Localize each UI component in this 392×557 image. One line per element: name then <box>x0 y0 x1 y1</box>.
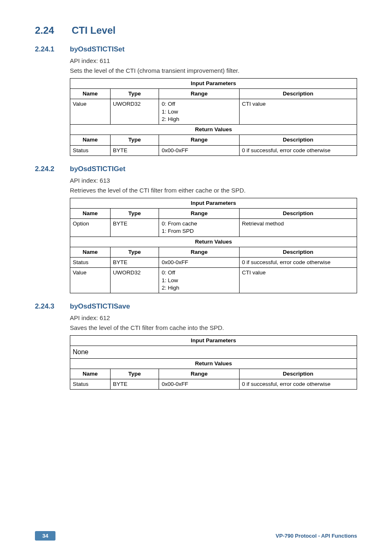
col-type: Type <box>110 89 159 99</box>
cell: Status <box>70 145 111 155</box>
col-range: Range <box>159 247 239 257</box>
subsection-number: 2.24.3 <box>35 302 70 311</box>
col-range: Range <box>159 369 239 379</box>
api-description: Saves the level of the CTI filter from c… <box>70 323 357 333</box>
cell: 0 if successful, error code otherwise <box>239 379 357 390</box>
page-number: 34 <box>35 531 55 541</box>
col-type: Type <box>110 247 159 257</box>
col-range: Range <box>159 89 239 99</box>
cell: 0: Off1: Low2: High <box>159 99 239 125</box>
cell: Value <box>70 268 111 293</box>
subsection-title: byOsdSTICTIGet <box>70 165 125 173</box>
cell: 0 if successful, error code otherwise <box>239 145 357 155</box>
col-type: Type <box>110 208 159 218</box>
return-heading: Return Values <box>70 358 357 369</box>
col-name: Name <box>70 208 111 218</box>
input-heading: Input Parameters <box>70 79 357 89</box>
return-heading: Return Values <box>70 237 357 247</box>
col-name: Name <box>70 369 111 379</box>
table-row: Value UWORD32 0: Off1: Low2: High CTI va… <box>70 99 357 125</box>
col-name: Name <box>70 135 111 145</box>
cell: UWORD32 <box>110 268 159 293</box>
cell: Status <box>70 379 111 390</box>
cell: Status <box>70 258 111 268</box>
parameters-table: Input Parameters Name Type Range Descrip… <box>70 198 357 293</box>
cell: Retrieval method <box>239 219 357 237</box>
cell: 0x00-0xFF <box>159 145 239 155</box>
col-description: Description <box>239 369 357 379</box>
subsection-title: byOsdSTICTISave <box>70 302 130 311</box>
cell: CTI value <box>239 268 357 293</box>
col-type: Type <box>110 369 159 379</box>
cell: Option <box>70 219 111 237</box>
page-footer: 34 VP-790 Protocol - API Functions <box>35 531 357 541</box>
table-row: Option BYTE 0: From cache1: From SPD Ret… <box>70 219 357 237</box>
return-heading: Return Values <box>70 125 357 135</box>
cell: 0x00-0xFF <box>159 379 239 390</box>
col-type: Type <box>110 135 159 145</box>
cell: BYTE <box>110 145 159 155</box>
cell: 0 if successful, error code otherwise <box>239 258 357 268</box>
col-range: Range <box>159 208 239 218</box>
cell: CTI value <box>239 99 357 125</box>
parameters-table: Input Parameters Name Type Range Descrip… <box>70 78 357 156</box>
cell: 0x00-0xFF <box>159 258 239 268</box>
cell: Value <box>70 99 111 125</box>
cell: 0: Off1: Low2: High <box>159 268 239 293</box>
api-index: API index: 612 <box>70 313 357 323</box>
table-row: Value UWORD32 0: Off1: Low2: High CTI va… <box>70 268 357 293</box>
subsection-number: 2.24.2 <box>35 165 70 173</box>
col-name: Name <box>70 247 111 257</box>
none-label: None <box>70 346 357 359</box>
section-heading: 2.24 CTI Level <box>35 25 357 36</box>
col-description: Description <box>239 247 357 257</box>
cell: UWORD32 <box>110 99 159 125</box>
cell: 0: From cache1: From SPD <box>159 219 239 237</box>
subsection-number: 2.24.1 <box>35 45 70 53</box>
cell: BYTE <box>110 258 159 268</box>
api-index: API index: 613 <box>70 176 357 186</box>
table-row: Status BYTE 0x00-0xFF 0 if successful, e… <box>70 258 357 268</box>
api-description: Retrieves the level of the CTI filter fr… <box>70 186 357 195</box>
col-description: Description <box>239 89 357 99</box>
cell: BYTE <box>110 379 159 390</box>
input-heading: Input Parameters <box>70 335 357 346</box>
col-range: Range <box>159 135 239 145</box>
col-name: Name <box>70 89 111 99</box>
table-row: None <box>70 346 357 359</box>
cell: BYTE <box>110 219 159 237</box>
col-description: Description <box>239 135 357 145</box>
col-description: Description <box>239 208 357 218</box>
section-title: CTI Level <box>71 25 115 36</box>
subsection: 2.24.1 byOsdSTICTISet API index: 611 Set… <box>35 45 357 156</box>
document-title: VP-790 Protocol - API Functions <box>276 533 357 539</box>
parameters-table: Input Parameters None Return Values Name… <box>70 335 357 390</box>
subsection: 2.24.2 byOsdSTICTIGet API index: 613 Ret… <box>35 165 357 293</box>
table-row: Status BYTE 0x00-0xFF 0 if successful, e… <box>70 379 357 390</box>
api-description: Sets the level of the CTI (chroma transi… <box>70 66 357 76</box>
api-index: API index: 611 <box>70 56 357 66</box>
section-number: 2.24 <box>35 25 70 36</box>
subsection: 2.24.3 byOsdSTICTISave API index: 612 Sa… <box>35 302 357 390</box>
subsection-title: byOsdSTICTISet <box>70 45 125 53</box>
input-heading: Input Parameters <box>70 198 357 208</box>
table-row: Status BYTE 0x00-0xFF 0 if successful, e… <box>70 145 357 155</box>
